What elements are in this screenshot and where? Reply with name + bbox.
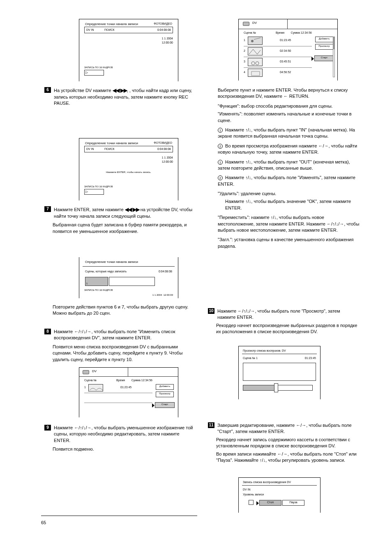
fig-b-status: ПОИСК (104, 147, 115, 151)
thumbnail-scene: 1 (85, 277, 108, 286)
fig-a-date: 1 1 2004 (162, 37, 173, 40)
scene-1-num: 1 (84, 385, 86, 389)
step-8-body: Нажмите ←/↑/↓/→, чтобы выбрать поле "Изм… (54, 329, 175, 340)
fig-c-rectimer: 0:04:08:08 (159, 269, 172, 274)
fig-b-date: 1 1 2004 (162, 156, 173, 159)
fig-b-caption: ФОТОВИДЕО (154, 141, 172, 145)
function-text: выбор способа редактирования для сцены. (241, 104, 333, 108)
delete-text: удаление сцены. (241, 191, 276, 196)
fig-e-total: 12:34:56 (301, 31, 312, 34)
substep-4-text: Нажмите ↑/↓, чтобы выбрать поле "Изменят… (218, 175, 355, 186)
side-btn-start[interactable]: Старт (314, 55, 334, 61)
stop-indicator (249, 500, 254, 505)
step-10-body: Нажмите ←/↑/↓/→, чтобы выбрать поле "Про… (217, 309, 340, 320)
step-7-text: Нажмите ENTER, затем нажмите ◀◀/▶▶ на ус… (54, 206, 194, 219)
fig-d-header-left: DV (92, 369, 97, 373)
fig-c-time: 12:00:00 (164, 294, 173, 296)
substep-1-icon: 1 (218, 128, 223, 133)
fig-g-title: Запись списка воспроизведения DV (243, 480, 291, 484)
fig-b-time: 12:00:00 (162, 160, 173, 163)
fig-c-date: 1 1 2004 (152, 294, 162, 296)
fig-a-dvin: DV IN (86, 28, 94, 32)
progress-thumb-icon[interactable] (274, 383, 278, 392)
fig-b-pause-text: Нажмите ENTER, чтобы начать запись. (84, 170, 173, 174)
step-11-note: Рекордер начнет запись содержимого кассе… (216, 437, 360, 449)
step-9-text: Нажмите ←/↑/↓/→, чтобы выбрать уменьшенн… (54, 425, 194, 444)
substep-2-icon: 2 (218, 144, 223, 149)
play-icon: ▷ (85, 190, 88, 193)
dv-tab-icon (83, 370, 89, 374)
fig-b-dvin: DV IN (86, 147, 94, 151)
btn-stop-label: Стоп (267, 501, 274, 504)
fig-e-col-time: Время (276, 31, 284, 34)
pointer-icon (152, 403, 154, 408)
scene-thumb (248, 69, 263, 77)
fig-g-level-label: Уровень записи (243, 493, 264, 497)
fig-e-total-label: Сумма (291, 31, 300, 34)
side-btn-view[interactable]: Просмотр (315, 44, 333, 50)
rewind-icon: ◀◀ (125, 207, 131, 212)
step-7-note: Выбранная сцена будет записана в буфер п… (53, 222, 196, 235)
dv-tab-icon (243, 22, 249, 26)
side-btn-start-label: Старт (161, 403, 168, 405)
substep-3-icon: 1 (218, 160, 223, 165)
figure-record-dv-list: Запись списка воспроизведения DV DV IN У… (238, 477, 321, 513)
step-9-number: 9 (44, 425, 51, 431)
figure-search-start-2: Определение точки начала записи ФОТОВИДЕ… (79, 138, 178, 200)
fig-b-title: Определение точки начала записи (85, 141, 138, 145)
row3-scene: 3 (244, 60, 245, 64)
row4-scene: 4 (244, 70, 245, 74)
substep-2-text: Во время просмотра изображения нажмите ←… (218, 143, 357, 154)
rewind-icon: ◀◀ (113, 88, 119, 93)
step-10-note: Рекордер начнет воспроизведение выбранны… (216, 322, 360, 335)
fig-a-time: 12:00:00 (162, 41, 173, 44)
figure-dv-list-1: DV Сумма 12:34:56 Сцена № Время 1 01:23:… (79, 367, 178, 417)
fig-a-title: Определение точки начала записи (85, 22, 138, 26)
substep-3-text: Нажмите ↑/↓, чтобы выбрать пункт "OUT" (… (218, 159, 350, 170)
step-9b-intro: Выберите пункт и нажмите ENTER. Чтобы ве… (218, 87, 362, 100)
figure-search-start-1: Определение точки начала записи ФОТОВИДЕ… (79, 19, 178, 81)
play-icon: ▷ (85, 71, 88, 74)
step-9-body: Нажмите ←/↑/↓/→, чтобы выбрать уменьшенн… (54, 425, 193, 443)
scrollbar-thumb[interactable] (333, 37, 334, 49)
fig-f-scene-num: 1 (256, 357, 258, 359)
fastfwd-icon: ▶▶ (133, 207, 139, 212)
step-6-text: На устройстве DV нажмите ◀◀/▶▶, , чтобы … (54, 87, 194, 107)
figure-preview-dv-list: Просмотр списка воспроизв. DV Сцена № 1 … (238, 346, 321, 399)
fig-c-title: Определение точки начала записи (85, 260, 138, 264)
step-7-pre: Нажмите ENTER, затем нажмите (54, 207, 125, 212)
fig-a-caption: ФОТОВИДЕО (154, 22, 172, 26)
fig-d-col-time: Время (116, 379, 125, 382)
scrollbar[interactable] (333, 37, 335, 77)
caption-text: установка сцены в качестве уменьшенного … (218, 237, 353, 248)
side-btn-add[interactable]: Добавить (315, 37, 333, 42)
side-btn-start[interactable]: Старт (155, 402, 175, 408)
step-11-text: Завершив редактирование, нажмите ←/→, чт… (217, 422, 357, 435)
step-11-body: Завершив редактирование, нажмите ←/→, чт… (217, 423, 352, 434)
row2-time: 02:34:50 (280, 49, 291, 53)
figure-dv-list-2: DV Сумма 12:34:56 Сцена № Время 1 01:23:… (238, 19, 338, 81)
figure-scenes-to-record: Определение точки начала записи Сцены, к… (79, 257, 178, 298)
pointer-icon (311, 57, 314, 61)
row2-scene: 2 (244, 49, 245, 53)
fig-a-status: ПОИСК (104, 28, 115, 32)
fig-c-media: ЗАПИСЬ ПО 16 КАДРОВ (84, 288, 113, 292)
side-btn-start-label: Старт (321, 56, 327, 59)
btn-stop[interactable]: Стоп (259, 500, 281, 506)
fig-d-total-label: Сумма (131, 379, 141, 382)
page-number: 65 (41, 520, 46, 526)
btn-pause[interactable]: Пауза (282, 500, 304, 506)
row1-scene: 1 (244, 38, 245, 42)
progress-fill (243, 385, 277, 391)
step-7b-text: Повторите действия пунктов 6 и 7, чтобы … (53, 304, 196, 317)
fig-a-rec-timer: 0:04:08:08 (157, 28, 171, 32)
scene-thumb (248, 37, 263, 45)
side-btn-view[interactable]: Просмотр (156, 391, 174, 397)
move-label: "Переместить": (218, 215, 250, 220)
scene-thumb (248, 47, 263, 55)
side-btn-add[interactable]: Добавить (156, 384, 174, 390)
step-10-number: 10 (208, 308, 214, 314)
fig-f-value: 01:23:45 (305, 356, 316, 360)
fig-d-col-scene: Сцена № (84, 379, 97, 382)
step-8-text: Нажмите ←/↑/↓/→, чтобы выбрать поле "Изм… (54, 329, 194, 341)
